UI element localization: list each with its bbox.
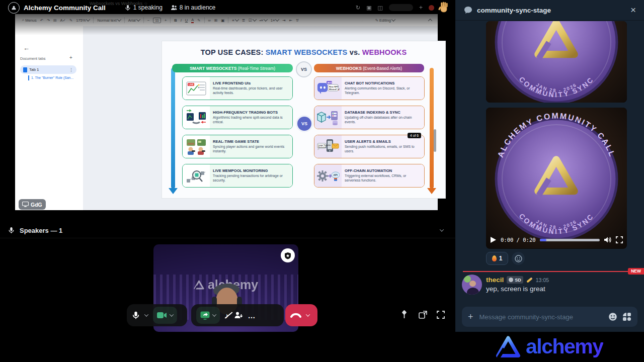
toolbar-divider: [228, 17, 228, 23]
back-arrow-icon[interactable]: ←: [23, 44, 30, 52]
video-embed-2[interactable]: ALCHEMY COMMUNITY CALL COMMUNITY SYNC JA…: [486, 108, 627, 249]
camera-options-chevron-icon[interactable]: [170, 312, 174, 316]
fullscreen-button[interactable]: [437, 311, 445, 319]
svg-text:API: API: [334, 173, 338, 176]
moderator-badge[interactable]: [281, 248, 295, 262]
docs-comment-icon[interactable]: ◫: [378, 5, 383, 11]
screenshare-options-chevron-icon[interactable]: [212, 312, 216, 316]
text-color-button[interactable]: A: [191, 18, 194, 23]
mic-options-chevron-icon[interactable]: [144, 312, 148, 316]
card-live-frontend: LIVE LIVE FRONTEND UIsReal-time dashboar…: [182, 76, 293, 100]
volume-icon[interactable]: [604, 236, 612, 243]
camera-button[interactable]: [157, 312, 167, 319]
collapse-speakers-chevron-icon[interactable]: [440, 227, 444, 231]
font-size-increase-button[interactable]: +: [165, 18, 167, 23]
font-select[interactable]: Arial: [128, 18, 140, 23]
audience-icon: [171, 5, 177, 11]
pin-stage-button[interactable]: [400, 310, 409, 319]
tab-options-kebab-icon[interactable]: ⋮: [69, 67, 73, 72]
streamer-overlay-badge: GdG: [19, 199, 46, 210]
bold-button[interactable]: B: [174, 18, 177, 23]
chevron-down-icon: [391, 17, 395, 21]
channel-name: community-sync-stage: [477, 7, 551, 14]
alchemy-logo-icon: [496, 335, 521, 358]
plus-icon[interactable]: +: [419, 4, 423, 11]
bullet-list-icon[interactable]: •≡: [260, 18, 267, 23]
play-button[interactable]: [490, 236, 497, 243]
print-icon[interactable]: ⊟: [53, 18, 56, 23]
screenshare-button[interactable]: [200, 311, 210, 320]
insert-link-icon[interactable]: ∞: [208, 18, 211, 23]
zoom-select[interactable]: 175%: [76, 18, 90, 23]
card-trading-bots: HIGH-FREQUENCY TRADING BOTSAlgorithmic t…: [182, 106, 293, 129]
video-embed-1[interactable]: ALCHEMY COMMUNITY CALL COMMUNITY SYNC JA…: [486, 21, 627, 103]
presence-avatar[interactable]: [429, 5, 434, 11]
more-options-button[interactable]: …: [248, 311, 256, 320]
attach-plus-button[interactable]: +: [468, 312, 473, 322]
video-fullscreen-button[interactable]: [616, 236, 623, 243]
vs-badge-middle: VS: [296, 115, 313, 132]
add-comment-icon[interactable]: ⊞: [214, 18, 217, 23]
call-header: Alchemy Community Call 1 speaking 8 in a…: [0, 0, 455, 15]
clear-format-icon[interactable]: T̸: [296, 18, 298, 23]
line-spacing-icon[interactable]: ≣: [242, 18, 245, 23]
video-progress-bar[interactable]: [540, 239, 600, 241]
emoji-picker-button[interactable]: [608, 312, 617, 321]
add-tab-button[interactable]: +: [69, 55, 72, 60]
undo-icon[interactable]: ↶: [40, 18, 43, 23]
collapse-toolbar-icon[interactable]: [429, 19, 432, 22]
tab-1[interactable]: Tab 1 ⋮: [20, 65, 76, 74]
trading-bot-icon: [183, 106, 210, 129]
mic-button[interactable]: [132, 311, 140, 320]
align-icon[interactable]: ≡: [232, 18, 238, 23]
alchemy-logo: alchemy: [496, 335, 603, 358]
editing-mode-select[interactable]: ✎ Editing: [375, 18, 395, 23]
hangup-options-chevron-icon[interactable]: [306, 312, 310, 316]
font-size-field[interactable]: 11: [153, 18, 161, 23]
page-indicator-badge: 4 of 6: [408, 133, 421, 138]
insert-image-icon[interactable]: ▣: [221, 18, 224, 23]
speaking-count: 1 speaking: [133, 4, 163, 11]
highlight-button[interactable]: ✎: [197, 18, 200, 23]
docs-meet-icon[interactable]: ▣: [366, 5, 371, 11]
message-input[interactable]: [478, 313, 603, 321]
share-pill[interactable]: [389, 4, 413, 11]
italic-button[interactable]: I: [181, 18, 182, 23]
checklist-icon[interactable]: ☑: [249, 18, 256, 23]
alchemy-logo-icon: [194, 280, 204, 290]
close-panel-button[interactable]: ×: [630, 5, 636, 16]
spellcheck-icon[interactable]: A✓: [60, 18, 66, 23]
underline-button[interactable]: U: [185, 18, 188, 23]
mic-camera-control-group: [127, 304, 187, 326]
websockets-header-pill: SMART WEBSOCKETS (Real-Time Stream): [172, 64, 293, 72]
card-mempool: LIVE MEMPOOL MONITORINGTracking pending …: [182, 164, 293, 188]
invite-to-speak-button[interactable]: [234, 311, 243, 319]
redo-icon[interactable]: ↷: [47, 18, 50, 23]
footer-bar: alchemy: [0, 332, 644, 362]
doc-page: TOP USE CASES: SMART WEBSOCKETS vs. WEBH…: [162, 41, 445, 198]
speakers-label: Speakers — 1: [20, 227, 62, 234]
docs-history-icon[interactable]: ↻: [356, 5, 360, 11]
indent-icon[interactable]: ⇥: [282, 18, 285, 23]
chevron-down-icon: [234, 17, 238, 21]
paint-format-icon[interactable]: ✎: [69, 18, 72, 23]
discord-bot-icon: BOTNew NFTMinted! 🚀: [314, 77, 342, 100]
chevron-down-icon: [264, 17, 268, 21]
apps-icon[interactable]: [622, 312, 631, 321]
docs-scrollbar-thumb[interactable]: [434, 129, 436, 152]
speakers-section-header[interactable]: Speakers — 1: [0, 223, 455, 238]
wave-hand-emoji: [438, 2, 449, 14]
video-timestamp: 0:00 / 0:20: [501, 237, 536, 243]
share-activity-control-group: ♪ …: [191, 304, 284, 326]
paragraph-style-select[interactable]: Normal text: [97, 18, 120, 23]
video-controls: 0:00 / 0:20: [490, 233, 623, 246]
popout-button[interactable]: [419, 311, 427, 319]
toolbar-divider: [204, 17, 205, 23]
font-size-decrease-button[interactable]: −: [147, 18, 149, 23]
docs-menus-button[interactable]: ⌕Menus: [22, 18, 37, 23]
outdent-icon[interactable]: ⇤: [289, 18, 292, 23]
hangup-button[interactable]: [290, 312, 301, 318]
soundboard-button[interactable]: ♪: [225, 311, 229, 320]
outline-item[interactable]: 1. The "Burner" Rule (San...: [31, 76, 73, 79]
numbered-list-icon[interactable]: 1≡: [271, 18, 279, 23]
